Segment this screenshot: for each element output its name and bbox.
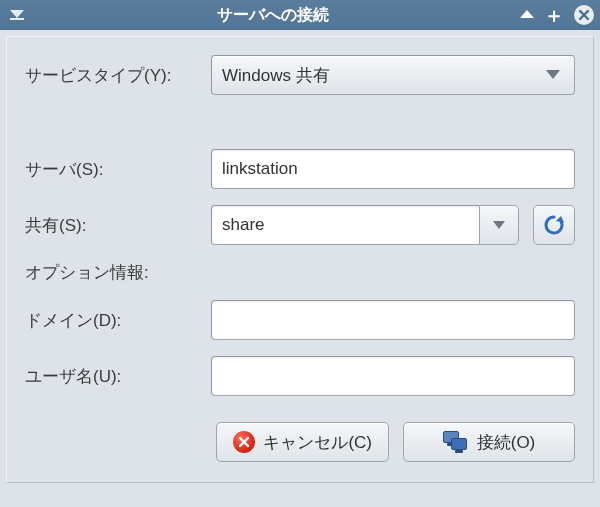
refresh-button[interactable] bbox=[533, 205, 575, 245]
share-combobox bbox=[211, 205, 519, 245]
svg-rect-1 bbox=[10, 18, 24, 20]
connect-button[interactable]: 接続(O) bbox=[403, 422, 575, 462]
cancel-button-label: キャンセル(C) bbox=[263, 431, 372, 454]
service-type-label: サービスタイプ(Y): bbox=[25, 64, 203, 87]
options-header: オプション情報: bbox=[25, 261, 575, 284]
network-icon bbox=[443, 431, 469, 453]
share-label: 共有(S): bbox=[25, 214, 203, 237]
cancel-button[interactable]: キャンセル(C) bbox=[216, 422, 389, 462]
svg-marker-7 bbox=[556, 216, 564, 223]
chevron-down-icon bbox=[493, 215, 505, 235]
service-type-value: Windows 共有 bbox=[222, 64, 330, 87]
share-input[interactable] bbox=[211, 205, 479, 245]
svg-marker-5 bbox=[546, 70, 560, 79]
service-type-dropdown[interactable]: Windows 共有 bbox=[211, 55, 575, 95]
connect-button-label: 接続(O) bbox=[477, 431, 536, 454]
titlebar: サーバへの接続 ＋ bbox=[0, 0, 600, 30]
refresh-icon bbox=[543, 214, 565, 236]
chevron-down-icon bbox=[546, 70, 560, 80]
dialog-body: サービスタイプ(Y): Windows 共有 サーバ(S): 共有(S): bbox=[0, 30, 600, 489]
svg-marker-0 bbox=[10, 10, 24, 18]
cancel-icon bbox=[233, 431, 255, 453]
domain-input[interactable] bbox=[211, 300, 575, 340]
domain-label: ドメイン(D): bbox=[25, 309, 203, 332]
window-title: サーバへの接続 bbox=[26, 5, 520, 26]
maximize-icon[interactable]: ＋ bbox=[544, 2, 564, 29]
server-input[interactable] bbox=[211, 149, 575, 189]
svg-marker-2 bbox=[520, 10, 534, 18]
username-label: ユーザ名(U): bbox=[25, 365, 203, 388]
window-menu-icon[interactable] bbox=[8, 6, 26, 24]
svg-marker-6 bbox=[493, 221, 505, 229]
share-dropdown-button[interactable] bbox=[479, 205, 519, 245]
rollup-icon[interactable] bbox=[520, 10, 534, 20]
close-icon[interactable] bbox=[574, 5, 594, 25]
dialog-footer: キャンセル(C) 接続(O) bbox=[25, 422, 575, 462]
panel: サービスタイプ(Y): Windows 共有 サーバ(S): 共有(S): bbox=[6, 36, 594, 483]
server-label: サーバ(S): bbox=[25, 158, 203, 181]
username-input[interactable] bbox=[211, 356, 575, 396]
